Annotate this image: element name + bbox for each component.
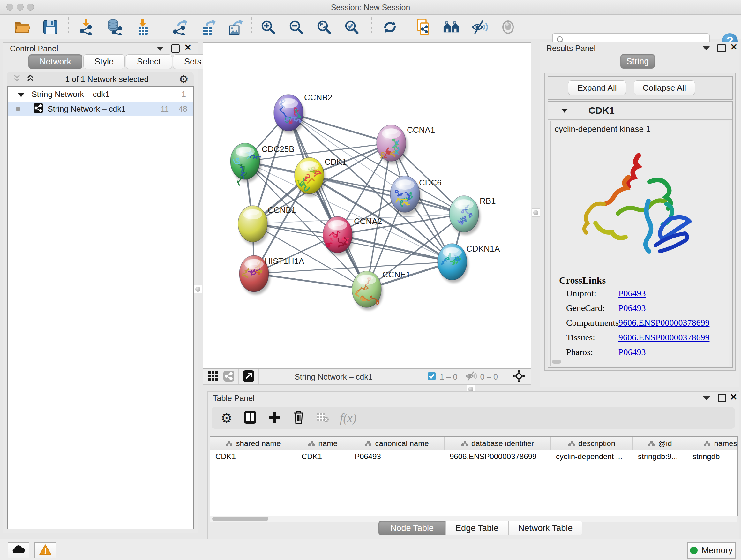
add-column-icon[interactable]: [268, 411, 281, 425]
network-canvas[interactable]: CCNB2CCNA1CDC25BCDK1CDC6RB1CCNB1CCNA2CDK…: [203, 43, 531, 369]
crosslink-link[interactable]: P06493: [618, 303, 646, 313]
left-splitter-handle[interactable]: [194, 285, 202, 294]
warning-button[interactable]: [35, 543, 56, 558]
network-node-hist1h1a[interactable]: HIST1H1A: [239, 255, 305, 295]
network-view-mode-icon[interactable]: [223, 370, 234, 383]
network-graph[interactable]: CCNB2CCNA1CDC25BCDK1CDC6RB1CCNB1CCNA2CDK…: [203, 43, 531, 368]
detach-view-icon[interactable]: [243, 370, 255, 383]
control-panel: Control Panel ✕ Network Style Select Set…: [3, 43, 199, 533]
crosslink-link[interactable]: 9606.ENSP00000378699: [618, 318, 710, 328]
panel-close-icon[interactable]: ✕: [730, 44, 738, 51]
collapse-all-button[interactable]: Collapse All: [634, 80, 695, 95]
import-table-file-icon[interactable]: [135, 19, 151, 36]
gear-icon[interactable]: ⚙: [179, 73, 189, 85]
refresh-icon[interactable]: [382, 19, 398, 36]
tab-select[interactable]: Select: [126, 54, 172, 69]
network-node-ccnb2[interactable]: CCNB2: [274, 92, 332, 134]
column-header--id[interactable]: @id: [633, 437, 687, 450]
birdseye-toggle-icon[interactable]: [513, 370, 525, 384]
column-header-namespace[interactable]: namespace: [687, 437, 738, 450]
table-cell[interactable]: P06493: [349, 452, 445, 461]
tab-string[interactable]: String: [620, 54, 655, 69]
collapse-all-icon[interactable]: [12, 74, 21, 84]
collection-expand-icon[interactable]: [17, 90, 24, 99]
network-node-cdkn1a[interactable]: CDKN1A: [437, 244, 500, 283]
selected-checkbox-icon[interactable]: [427, 371, 436, 382]
clone-network-icon[interactable]: [415, 19, 431, 36]
show-hidden-eye-icon[interactable]: [500, 19, 516, 36]
attribute-icon: [568, 440, 575, 447]
panel-close-icon[interactable]: ✕: [184, 44, 192, 51]
panel-float-icon[interactable]: [718, 44, 726, 52]
open-session-icon[interactable]: [14, 19, 30, 36]
save-session-icon[interactable]: [42, 19, 59, 36]
network-node-ccne1[interactable]: CCNE1: [352, 270, 410, 310]
zoom-out-icon[interactable]: [288, 19, 305, 36]
table-cell[interactable]: stringdb: [687, 452, 738, 461]
zoom-selected-icon[interactable]: [343, 19, 360, 36]
node-label: RB1: [480, 196, 496, 206]
hide-selected-eye-icon[interactable]: [472, 19, 488, 36]
tab-network[interactable]: Network: [28, 54, 82, 69]
network-collection-row[interactable]: String Network – cdk1 1: [8, 87, 193, 102]
table-cell[interactable]: stringdb:9...: [633, 452, 687, 461]
node-result-name: CDK1: [589, 105, 615, 116]
import-network-file-icon[interactable]: [78, 19, 94, 36]
tab-edge-table[interactable]: Edge Table: [446, 521, 509, 536]
zoom-fit-icon[interactable]: [316, 19, 332, 36]
column-header-name[interactable]: name: [296, 437, 349, 450]
crosslink-link[interactable]: P06493: [618, 347, 646, 357]
table-cell[interactable]: CDK1: [210, 452, 296, 461]
export-image-icon[interactable]: [227, 19, 244, 36]
import-network-database-icon[interactable]: [106, 19, 123, 36]
strip-separator: [259, 369, 259, 384]
right-splitter-handle[interactable]: [532, 208, 540, 217]
node-label: CCNE1: [382, 270, 410, 279]
delete-column-trash-icon[interactable]: [292, 410, 306, 426]
column-header-description[interactable]: description: [551, 437, 633, 450]
network-node-cdc6[interactable]: CDC6: [390, 176, 442, 215]
panel-menu-icon[interactable]: [157, 47, 164, 51]
table-row[interactable]: CDK1CDK1P064939606.ENSP00000378699cyclin…: [210, 450, 738, 462]
export-table-icon[interactable]: [201, 19, 217, 36]
memory-label: Memory: [701, 546, 733, 556]
zoom-in-icon[interactable]: [260, 19, 276, 36]
panel-close-icon[interactable]: ✕: [730, 394, 737, 400]
column-header-canonical-name[interactable]: canonical name: [349, 437, 445, 450]
network-row-selected[interactable]: String Network – cdk1 11 48: [8, 102, 193, 116]
show-columns-icon[interactable]: [244, 410, 257, 426]
table-cell[interactable]: CDK1: [296, 452, 349, 461]
table-cell[interactable]: cyclin-dependent ...: [551, 452, 633, 461]
panel-float-icon[interactable]: [718, 394, 726, 402]
export-network-icon[interactable]: [172, 19, 189, 36]
column-header-database-identifier[interactable]: database identifier: [445, 437, 551, 450]
table-settings-gear-icon[interactable]: ⚙: [220, 410, 232, 426]
network-node-rb1[interactable]: RB1: [449, 196, 496, 235]
node-result-header[interactable]: CDK1: [548, 102, 732, 120]
results-hscroll-thumb[interactable]: [552, 360, 561, 364]
tab-node-table[interactable]: Node Table: [379, 521, 446, 536]
memory-button[interactable]: Memory: [687, 542, 736, 559]
current-network-dot-icon: [16, 107, 20, 111]
network-node-cdk1[interactable]: CDK1: [294, 157, 347, 197]
section-collapse-icon[interactable]: [561, 109, 568, 113]
strip-separator: [239, 369, 239, 384]
network-node-ccna1[interactable]: CCNA1: [377, 125, 435, 164]
panel-float-icon[interactable]: [172, 44, 180, 53]
tab-network-table[interactable]: Network Table: [509, 521, 583, 536]
table-panel: Table Panel ✕ ⚙ f(x) shared namenamecano…: [207, 391, 739, 539]
tab-style[interactable]: Style: [83, 54, 125, 69]
houses-icon[interactable]: [443, 19, 460, 36]
network-tree: String Network – cdk1 1 String Network –…: [7, 86, 194, 530]
crosslink-link[interactable]: P06493: [618, 288, 646, 299]
grid-view-icon[interactable]: [208, 371, 219, 383]
panel-menu-icon[interactable]: [703, 46, 710, 51]
column-header-shared-name[interactable]: shared name: [210, 437, 296, 450]
table-cell[interactable]: 9606.ENSP00000378699: [445, 452, 551, 461]
cloud-button[interactable]: [8, 543, 29, 558]
expand-all-button[interactable]: Expand All: [568, 80, 626, 95]
expand-all-icon[interactable]: [26, 74, 35, 84]
table-hscroll-thumb[interactable]: [212, 516, 268, 521]
crosslink-link[interactable]: 9606.ENSP00000378699: [618, 332, 710, 343]
panel-menu-icon[interactable]: [703, 396, 710, 400]
